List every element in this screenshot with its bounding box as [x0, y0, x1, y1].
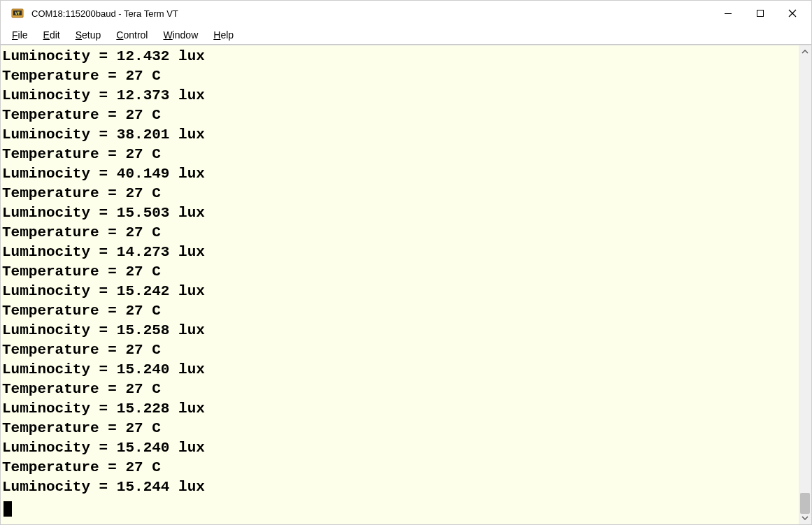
vertical-scrollbar[interactable] — [799, 45, 811, 524]
window-controls — [712, 1, 809, 26]
terminal-line: Luminocity = 12.432 lux — [1, 47, 799, 66]
terminal-line: Temperature = 27 C — [1, 340, 799, 360]
menu-setup[interactable]: Setup — [69, 28, 108, 42]
terminal-wrap: Luminocity = 12.432 luxTemperature = 27 … — [1, 45, 811, 524]
app-window: VT COM18:115200baud - Tera Term VT File … — [0, 0, 812, 525]
terminal-line: Luminocity = 38.201 lux — [1, 125, 799, 145]
terminal-line: Luminocity = 40.149 lux — [1, 164, 799, 184]
terminal-output[interactable]: Luminocity = 12.432 luxTemperature = 27 … — [1, 45, 799, 524]
terminal-line: Temperature = 27 C — [1, 145, 799, 164]
terminal-line: Temperature = 27 C — [1, 380, 799, 399]
svg-rect-4 — [757, 10, 764, 17]
terminal-line: Luminocity = 15.240 lux — [1, 360, 799, 380]
app-icon: VT — [10, 6, 24, 20]
window-title: COM18:115200baud - Tera Term VT — [31, 8, 178, 19]
terminal-line: Temperature = 27 C — [1, 458, 799, 477]
scrollbar-thumb[interactable] — [800, 493, 810, 514]
minimize-button[interactable] — [712, 1, 744, 26]
terminal-line: Luminocity = 12.373 lux — [1, 86, 799, 106]
menubar: File Edit Setup Control Window Help — [1, 26, 811, 44]
close-button[interactable] — [776, 1, 809, 26]
menu-control[interactable]: Control — [109, 28, 155, 42]
scroll-up-arrow-icon[interactable] — [799, 45, 811, 58]
terminal-line: Luminocity = 15.242 lux — [1, 282, 799, 301]
terminal-line: Luminocity = 15.244 lux — [1, 477, 799, 497]
terminal-line: Luminocity = 15.240 lux — [1, 438, 799, 458]
menu-edit[interactable]: Edit — [36, 28, 67, 42]
menu-window[interactable]: Window — [156, 28, 205, 42]
menu-file[interactable]: File — [5, 28, 35, 42]
terminal-line: Temperature = 27 C — [1, 66, 799, 86]
terminal-line: Luminocity = 15.228 lux — [1, 399, 799, 419]
terminal-line: Temperature = 27 C — [1, 419, 799, 438]
terminal-cursor-line — [1, 497, 799, 517]
terminal-line: Temperature = 27 C — [1, 301, 799, 321]
terminal-line: Temperature = 27 C — [1, 262, 799, 282]
titlebar: VT COM18:115200baud - Tera Term VT — [1, 1, 811, 26]
svg-text:VT: VT — [15, 10, 20, 15]
terminal-line: Luminocity = 15.503 lux — [1, 203, 799, 223]
terminal-line: Luminocity = 14.273 lux — [1, 243, 799, 262]
maximize-button[interactable] — [744, 1, 776, 26]
terminal-line: Temperature = 27 C — [1, 223, 799, 243]
terminal-line: Temperature = 27 C — [1, 184, 799, 203]
scroll-down-arrow-icon[interactable] — [799, 512, 811, 524]
terminal-line: Luminocity = 15.258 lux — [1, 321, 799, 340]
terminal-line: Temperature = 27 C — [1, 106, 799, 125]
menu-help[interactable]: Help — [206, 28, 241, 42]
terminal-cursor — [3, 501, 12, 517]
